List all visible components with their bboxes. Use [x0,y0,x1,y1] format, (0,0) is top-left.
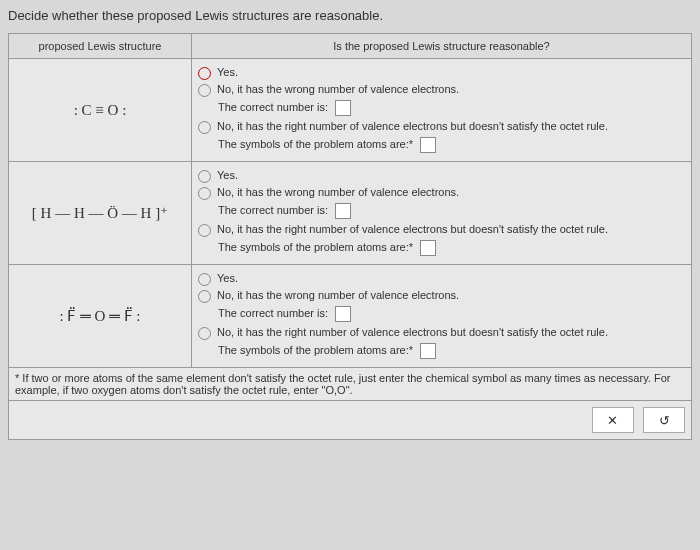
label-nov: No, it has the wrong number of valence e… [217,83,459,95]
input-symbols-1[interactable] [420,137,436,153]
radio-yes-2[interactable] [198,170,211,183]
header-left: proposed Lewis structure [9,34,192,59]
label-yes: Yes. [217,169,238,181]
close-button[interactable]: ✕ [592,407,634,433]
footnote: * If two or more atoms of the same eleme… [9,368,692,401]
radio-nov-3[interactable] [198,290,211,303]
radio-noo-1[interactable] [198,121,211,134]
label-yes: Yes. [217,272,238,284]
input-symbols-2[interactable] [420,240,436,256]
structure-1: : C ≡ O : [74,102,127,118]
reset-button[interactable]: ↺ [643,407,685,433]
radio-yes-1[interactable] [198,67,211,80]
label-nov: No, it has the wrong number of valence e… [217,289,459,301]
input-symbols-3[interactable] [420,343,436,359]
radio-nov-2[interactable] [198,187,211,200]
input-correctnum-3[interactable] [335,306,351,322]
label-noo: No, it has the right number of valence e… [217,326,608,338]
label-yes: Yes. [217,66,238,78]
label-noo: No, it has the right number of valence e… [217,120,608,132]
input-correctnum-2[interactable] [335,203,351,219]
radio-nov-1[interactable] [198,84,211,97]
input-correctnum-1[interactable] [335,100,351,116]
label-noo-sub: The symbols of the problem atoms are:* [218,241,413,253]
label-nov-sub: The correct number is: [218,204,328,216]
radio-yes-3[interactable] [198,273,211,286]
label-noo: No, it has the right number of valence e… [217,223,608,235]
main-table: proposed Lewis structure Is the proposed… [8,33,692,440]
label-nov: No, it has the wrong number of valence e… [217,186,459,198]
label-noo-sub: The symbols of the problem atoms are:* [218,344,413,356]
header-right: Is the proposed Lewis structure reasonab… [192,34,692,59]
label-noo-sub: The symbols of the problem atoms are:* [218,138,413,150]
structure-3: : F̈ ═ O ═ F̈ : [60,308,141,324]
radio-noo-3[interactable] [198,327,211,340]
instruction: Decide whether these proposed Lewis stru… [8,8,692,23]
radio-noo-2[interactable] [198,224,211,237]
structure-2: [ H — H — Ö — H ]⁺ [32,205,168,221]
label-nov-sub: The correct number is: [218,101,328,113]
label-nov-sub: The correct number is: [218,307,328,319]
